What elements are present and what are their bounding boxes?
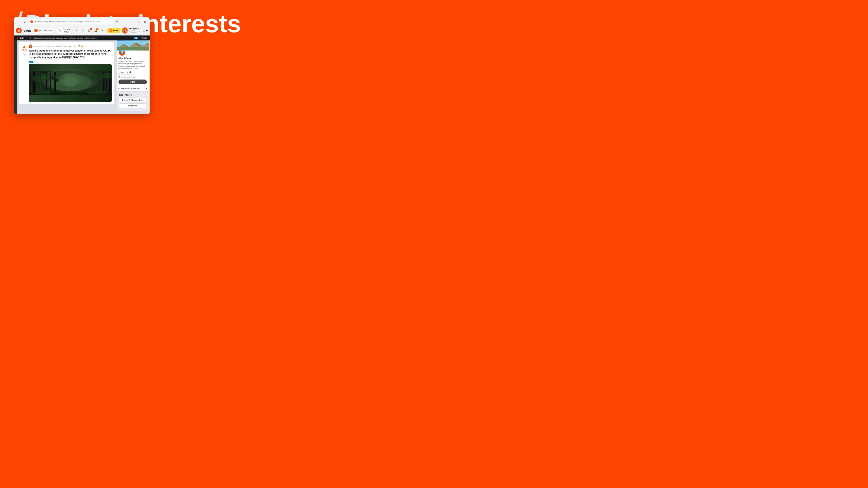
nav-icons-row: ↗ ⌂ 💬 4 🔔 4 + bbox=[74, 28, 105, 33]
reddit-logo bbox=[16, 28, 22, 33]
chat-badge: 4 bbox=[90, 28, 92, 30]
free-label: Free bbox=[113, 29, 118, 32]
community-card: 🌍 r/EarthPorn EarthPorn is your communit… bbox=[117, 40, 149, 91]
search-bar[interactable]: 🔍 Search Reddit bbox=[56, 27, 72, 34]
free-coin-icon: ◎ bbox=[110, 29, 113, 32]
award-count: 3 bbox=[86, 45, 87, 47]
community-name[interactable]: r/EarthPorn bbox=[118, 57, 147, 59]
share-icon-button[interactable]: ↗ bbox=[74, 28, 79, 33]
community-options-toggle[interactable]: COMMUNITY OPTIONS ▾ bbox=[117, 86, 149, 91]
calendar-icon: 📅 bbox=[118, 76, 120, 78]
user-dropdown[interactable]: 🦡 u/furtivepuffin ▾ bbox=[32, 28, 55, 33]
user-avatar-small: 🦡 bbox=[34, 29, 38, 32]
post-author[interactable]: u/TritonTheDark bbox=[54, 45, 67, 47]
notification-vote-count: 1.6k bbox=[20, 37, 24, 39]
subreddit-name[interactable]: r/EarthPorn bbox=[33, 45, 42, 47]
downvote-button[interactable]: ▽ bbox=[23, 52, 26, 55]
post-meta: 🌍 r/EarthPorn · Posted by u/TritonTheDar… bbox=[29, 44, 112, 48]
online-label: Online bbox=[127, 73, 132, 75]
svg-rect-4 bbox=[32, 73, 33, 95]
notification-icon-button[interactable]: 🔔 4 bbox=[93, 28, 99, 33]
user-name: furtivepuffin bbox=[129, 28, 145, 30]
chat-in-irc-button[interactable]: Chat in IRC bbox=[118, 103, 147, 108]
close-notification-button[interactable]: ✕ Close bbox=[140, 37, 147, 39]
plus-icon-button[interactable]: + bbox=[100, 28, 105, 33]
downvote-arrow-icon: ▼ bbox=[26, 37, 28, 39]
home-icon-button[interactable]: ⌂ bbox=[80, 28, 86, 33]
user-avatar: 🦡 bbox=[122, 27, 128, 34]
members-count: 21.3m bbox=[118, 71, 125, 73]
post-main: 🌍 r/EarthPorn · Posted by u/TritonTheDar… bbox=[29, 44, 112, 102]
community-stats: 21.3m Members 5.6k Online bbox=[118, 71, 147, 75]
left-sidebar bbox=[14, 40, 18, 114]
svg-point-20 bbox=[41, 73, 51, 79]
karma-value: 32.7k karma bbox=[131, 30, 139, 34]
refresh-button[interactable]: ↻ bbox=[22, 20, 27, 24]
created-date: Created Feb 14, 2011 bbox=[121, 76, 136, 78]
browser-tab-row: ← ↻ r (4) Walking along this stunning ra… bbox=[16, 19, 147, 24]
maximize-button[interactable]: □ bbox=[136, 20, 142, 24]
back-button[interactable]: ← bbox=[16, 20, 21, 24]
window-controls: − □ ✕ bbox=[131, 20, 147, 24]
award-silver-icon: S bbox=[84, 45, 86, 47]
svg-point-29 bbox=[87, 90, 107, 94]
community-created: 📅 Created Feb 14, 2011 bbox=[118, 76, 147, 78]
post-title[interactable]: Walking along this stunning rainforest c… bbox=[29, 49, 112, 59]
post-area: ▲ 25.7k ▽ 🌍 r/EarthPorn · Posted by u/Tr… bbox=[18, 40, 116, 114]
join-button[interactable]: Join bbox=[118, 79, 147, 84]
award-gold-icon: 🏅 bbox=[78, 45, 80, 47]
svg-point-25 bbox=[63, 76, 77, 86]
upvote-button[interactable]: ▲ bbox=[22, 44, 26, 48]
svg-point-22 bbox=[90, 73, 104, 81]
free-button[interactable]: ◎ Free bbox=[107, 28, 121, 33]
close-label: Close bbox=[142, 37, 147, 39]
oc-badge: OC bbox=[133, 37, 138, 39]
reddit-wordmark: reddit bbox=[23, 29, 31, 32]
minimize-button[interactable]: − bbox=[131, 20, 135, 24]
members-label: Members bbox=[118, 73, 125, 75]
community-options-label: COMMUNITY OPTIONS bbox=[118, 88, 140, 90]
address-bar-row: reddit 🦡 u/furtivepuffin ▾ 🔍 Search Redd… bbox=[14, 26, 150, 35]
award-crown-icon: 👑 bbox=[81, 45, 83, 47]
new-tab-button[interactable]: + bbox=[114, 19, 120, 24]
tab-title: (4) Walking along this stunning rainfore… bbox=[34, 21, 102, 23]
post-author-label: Posted by bbox=[45, 45, 53, 47]
post-notification-bar: ▲ 1.6k ▼ 🖼 Walking along this stunning r… bbox=[14, 35, 150, 40]
online-count: 5.6k bbox=[127, 71, 132, 73]
tab-favicon: r bbox=[30, 20, 33, 23]
active-tab[interactable]: r (4) Walking along this stunning rainfo… bbox=[28, 19, 114, 24]
quick-access-card: Quick Access Browse All Network Subs Cha… bbox=[117, 92, 149, 111]
chat-icon-button[interactable]: 💬 4 bbox=[87, 28, 92, 33]
svg-rect-33 bbox=[117, 47, 149, 51]
user-info: furtivepuffin ⚙ 32.7k karma ● 17.8k bbox=[129, 28, 145, 34]
tab-bar: r (4) Walking along this stunning rainfo… bbox=[28, 19, 147, 24]
svg-point-28 bbox=[60, 92, 83, 95]
svg-text:🌍: 🌍 bbox=[120, 51, 124, 55]
online-stat: 5.6k Online bbox=[127, 71, 132, 75]
user-profile-button[interactable]: 🦡 furtivepuffin ⚙ 32.7k karma ● 17.8k ▾ bbox=[122, 27, 148, 34]
browser-content: ▲ 1.6k ▼ 🖼 Walking along this stunning r… bbox=[14, 35, 150, 114]
community-banner bbox=[117, 40, 149, 51]
chevron-down-icon: ▾ bbox=[146, 88, 147, 90]
coin-value: 17.8k bbox=[141, 31, 145, 33]
notification-badge: 4 bbox=[96, 28, 98, 30]
dropdown-chevron-icon: ▾ bbox=[51, 29, 53, 32]
post-image[interactable] bbox=[29, 64, 112, 102]
close-icon: ✕ bbox=[140, 37, 142, 39]
search-placeholder-text: Search Reddit bbox=[63, 28, 70, 33]
coin-icon: ● bbox=[139, 31, 140, 33]
post-time: 2 years ago bbox=[68, 45, 77, 47]
browse-all-network-subs-button[interactable]: Browse All Network Subs bbox=[118, 98, 147, 102]
tab-close-button[interactable]: ✕ bbox=[108, 20, 112, 23]
notification-post-title: Walking along this stunning rainforest c… bbox=[33, 37, 132, 39]
username-label: u/furtivepuffin bbox=[38, 29, 51, 32]
reddit-logo-area: reddit bbox=[16, 28, 31, 33]
gear-icon: ⚙ bbox=[129, 31, 130, 33]
close-window-button[interactable]: ✕ bbox=[143, 20, 147, 24]
members-stat: 21.3m Members bbox=[118, 71, 125, 75]
right-sidebar: 🌍 r/EarthPorn EarthPorn is your communit… bbox=[116, 40, 150, 114]
post-flair[interactable]: OC bbox=[29, 61, 33, 63]
svg-rect-7 bbox=[33, 71, 35, 95]
meta-separator: · bbox=[43, 45, 44, 47]
vote-column: ▲ 25.7k ▽ bbox=[22, 44, 27, 102]
